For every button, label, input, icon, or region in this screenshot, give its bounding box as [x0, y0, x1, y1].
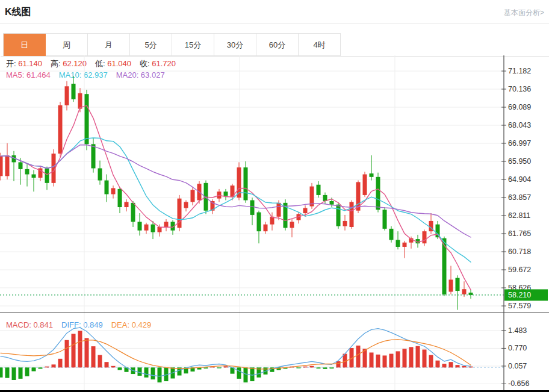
candle-body	[125, 202, 129, 207]
candle-body	[403, 243, 407, 247]
tab-月[interactable]: 月	[88, 34, 130, 56]
candle-body	[456, 278, 460, 291]
tab-周[interactable]: 周	[46, 34, 88, 56]
price-axis-label: 65.950	[508, 157, 531, 166]
tab-15分[interactable]: 15分	[172, 34, 214, 56]
tab-日[interactable]: 日	[4, 34, 46, 56]
candle-body	[92, 144, 96, 168]
candle-body	[343, 221, 347, 226]
price-axis-label: 70.136	[508, 85, 531, 93]
macd-hist-bar	[0, 367, 3, 378]
macd-hist-bar	[39, 367, 43, 369]
candle-body	[98, 168, 102, 180]
macd-axis-label: -0.656	[508, 379, 529, 388]
macd-axis-label: 0.770	[508, 344, 527, 352]
macd-hist-bar	[237, 367, 241, 379]
macd-hist-bar	[85, 338, 89, 367]
price-axis-label: 61.765	[508, 229, 531, 238]
macd-hist-bar	[25, 367, 29, 376]
macd-hist-bar	[310, 366, 314, 367]
macd-hist-bar	[409, 347, 414, 367]
candle-body	[118, 189, 122, 207]
candle-body	[85, 94, 89, 144]
price-axis-label: 59.672	[508, 266, 531, 274]
candle-body	[72, 84, 76, 99]
macd-hist-bar	[45, 367, 49, 368]
candle-body	[257, 213, 261, 232]
price-axis-label: 71.182	[508, 67, 531, 75]
candle-body	[158, 227, 162, 232]
macd-hist-bar	[303, 367, 308, 368]
dea-line	[1, 340, 471, 369]
macd-hist-bar	[383, 355, 387, 367]
macd-hist-bar	[12, 367, 16, 380]
candle-body	[19, 162, 23, 169]
macd-hist-bar	[118, 367, 122, 370]
candle-body	[317, 185, 321, 195]
candle-body	[396, 240, 400, 246]
macd-hist-bar	[416, 346, 420, 368]
macd-hist-bar	[423, 349, 427, 367]
macd-hist-bar	[323, 367, 327, 369]
price-axis-label: 63.857	[508, 193, 531, 202]
candle-body	[250, 201, 255, 215]
tab-30分[interactable]: 30分	[214, 34, 256, 56]
macd-hist-bar	[65, 340, 69, 368]
macd-hist-bar	[105, 362, 109, 367]
candle-body	[224, 191, 228, 196]
diff-line	[1, 328, 471, 376]
macd-hist-bar	[138, 367, 142, 376]
macd-hist-bar	[396, 351, 400, 367]
candle-body	[363, 175, 367, 195]
macd-hist-bar	[144, 367, 149, 378]
candle-body	[337, 205, 341, 226]
macd-hist-bar	[250, 367, 255, 381]
candle-body	[290, 222, 294, 228]
price-axis-label: 68.043	[508, 121, 531, 129]
fundamental-analysis-link[interactable]: 基本面分析>	[504, 8, 544, 18]
macd-hist-bar	[429, 355, 433, 368]
macd-hist-bar	[92, 346, 96, 367]
candlestick-chart-canvas[interactable]: 71.18270.13669.08968.04366.99765.95064.9…	[0, 55, 549, 313]
macd-hist-bar	[462, 366, 467, 367]
candle-body	[310, 187, 314, 207]
interval-tab-bar: 日周月5分15分30分60分4时	[3, 33, 341, 56]
tab-5分[interactable]: 5分	[130, 34, 172, 56]
macd-hist-bar	[297, 367, 301, 368]
candle-body	[138, 222, 142, 230]
macd-hist-bar	[111, 366, 116, 367]
macd-hist-bar	[403, 349, 407, 367]
candle-body	[264, 225, 268, 231]
tab-60分[interactable]: 60分	[256, 34, 299, 56]
macd-hist-bar	[78, 331, 82, 367]
kline-page: K线图 基本面分析> 日周月5分15分30分60分4时 开: 61.140高: …	[0, 0, 549, 392]
macd-hist-bar	[72, 334, 76, 367]
candle-body	[191, 190, 195, 202]
macd-hist-bar	[456, 365, 460, 367]
tab-4时[interactable]: 4时	[299, 34, 341, 56]
macd-hist-bar	[376, 355, 380, 368]
macd-hist-bar	[224, 366, 228, 367]
page-title: K线图	[5, 6, 31, 19]
macd-hist-bar	[151, 367, 155, 379]
candle-body	[184, 202, 188, 208]
macd-hist-bar	[442, 364, 447, 367]
macd-hist-bar	[449, 362, 453, 367]
candle-body	[330, 201, 334, 205]
macd-hist-bar	[330, 367, 334, 369]
macd-hist-bar	[337, 361, 341, 367]
ma10-line	[1, 138, 471, 262]
macd-hist-bar	[389, 354, 394, 368]
macd-hist-bar	[32, 367, 36, 371]
macd-hist-bar	[469, 367, 473, 368]
candle-body	[244, 167, 248, 200]
candle-body	[32, 175, 36, 178]
macd-hist-bar	[58, 359, 63, 367]
candle-body	[0, 156, 3, 176]
price-axis-label: 60.718	[508, 247, 531, 256]
last-price-badge-label: 58.210	[508, 291, 531, 299]
macd-hist-bar	[317, 367, 321, 369]
macd-chart-canvas[interactable]: 1.4830.7700.057-0.656	[0, 313, 549, 392]
candle-body	[303, 208, 308, 213]
macd-hist-bar	[5, 367, 10, 378]
